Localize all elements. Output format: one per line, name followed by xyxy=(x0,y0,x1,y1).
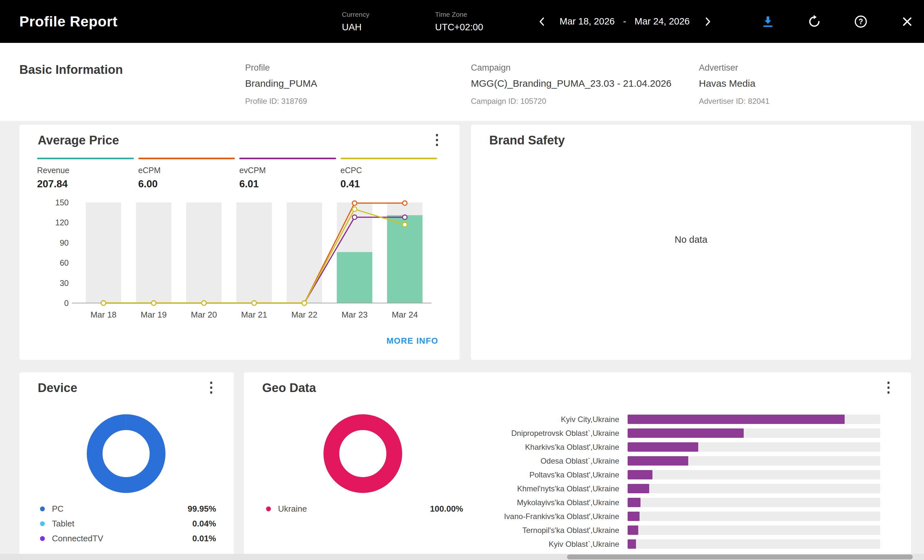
currency-value[interactable]: UAH xyxy=(342,22,369,33)
timezone-label: Time Zone xyxy=(435,10,483,18)
geo-region-label: Ternopil's'ka Oblast',Ukraine xyxy=(270,526,628,535)
metric-name: eCPC xyxy=(340,166,437,175)
geo-bar-fill xyxy=(628,526,638,535)
geo-data-title: Geo Data xyxy=(262,381,316,395)
geo-region-label: Poltavs'ka Oblast',Ukraine xyxy=(270,470,628,479)
date-range-end[interactable]: Mar 24, 2026 xyxy=(635,16,690,27)
geo-region-label: Kyiv Oblast`,Ukraine xyxy=(270,540,628,549)
profile-label: Profile xyxy=(245,63,317,73)
metric-value: 6.00 xyxy=(138,178,235,190)
help-button[interactable]: ? xyxy=(851,12,870,31)
help-icon: ? xyxy=(853,14,868,29)
geo-bar-fill xyxy=(628,539,636,549)
average-price-menu-button[interactable]: ⋮ xyxy=(430,133,444,147)
metric-revenue: Revenue 207.84 xyxy=(37,158,134,190)
next-date-button[interactable] xyxy=(699,13,716,30)
legend-dot xyxy=(40,521,45,526)
geo-region-label: Ivano-Frankivs'ka Oblast',Ukraine xyxy=(270,512,628,521)
geo-bar-track xyxy=(628,498,880,507)
basic-info-section: Basic Information Profile Branding_PUMA … xyxy=(0,43,924,121)
metric-name: Revenue xyxy=(37,166,134,175)
geo-bar-row: Odesa Oblast`,Ukraine xyxy=(270,454,880,468)
header-actions: ? xyxy=(758,0,917,43)
geo-region-label: Mykolayivs'ka Oblast',Ukraine xyxy=(270,498,628,507)
geo-bar-track xyxy=(628,526,880,535)
average-price-card: Average Price ⋮ Revenue 207.84 eCPM 6.00… xyxy=(20,125,460,360)
refresh-icon xyxy=(807,14,822,29)
profile-info-column: Profile Branding_PUMA Profile ID: 318769 xyxy=(245,63,317,106)
timezone-value[interactable]: UTC+02:00 xyxy=(435,22,483,33)
svg-text:150: 150 xyxy=(55,198,69,207)
legend-value: 0.01% xyxy=(192,533,216,544)
geo-bar-track xyxy=(628,456,880,466)
geo-region-label: Kharkivs'ka Oblast',Ukraine xyxy=(270,443,628,452)
legend-item[interactable]: Tablet0.04% xyxy=(40,516,216,531)
geo-bar-fill xyxy=(628,442,698,452)
horizontal-scrollbar-track[interactable] xyxy=(0,554,924,560)
geo-region-label: Odesa Oblast`,Ukraine xyxy=(270,457,628,466)
metric-value: 207.84 xyxy=(37,178,134,190)
refresh-button[interactable] xyxy=(805,12,824,31)
campaign-value: MGG(C)_Branding_PUMA_23.03 - 21.04.2026 xyxy=(471,78,672,89)
geo-bar-track xyxy=(628,428,880,438)
geo-menu-button[interactable]: ⋮ xyxy=(881,380,896,394)
kebab-icon: ⋮ xyxy=(430,132,444,147)
kebab-icon: ⋮ xyxy=(204,379,218,395)
geo-bar-track xyxy=(628,415,880,424)
metric-color-bar xyxy=(340,158,437,159)
metric-name: evCPM xyxy=(239,166,336,175)
timezone-selector[interactable]: Time Zone UTC+02:00 xyxy=(435,0,483,43)
device-menu-button[interactable]: ⋮ xyxy=(204,380,218,394)
prev-date-button[interactable] xyxy=(534,13,550,30)
svg-text:60: 60 xyxy=(60,258,69,267)
svg-text:Mar 22: Mar 22 xyxy=(291,310,317,319)
metric-ecpm: eCPM 6.00 xyxy=(138,158,235,190)
geo-bar-row: Poltavs'ka Oblast',Ukraine xyxy=(270,468,880,482)
page-title: Profile Report xyxy=(20,13,118,30)
legend-item[interactable]: PC99.95% xyxy=(40,501,216,516)
geo-bar-track xyxy=(628,442,880,452)
geo-bar-fill xyxy=(628,428,744,438)
date-range-start[interactable]: Mar 18, 2026 xyxy=(560,16,615,27)
geo-data-card: Geo Data ⋮ Ukraine100.00% Kyiv City,Ukra… xyxy=(244,372,911,560)
geo-bar-row: Kharkivs'ka Oblast',Ukraine xyxy=(270,440,880,454)
download-button[interactable] xyxy=(758,12,778,31)
brand-safety-card: Brand Safety No data xyxy=(471,125,911,360)
advertiser-id: Advertiser ID: 82041 xyxy=(699,97,770,106)
kebab-icon: ⋮ xyxy=(881,379,896,395)
svg-text:30: 30 xyxy=(60,279,69,287)
profile-report-page: Profile Report Currency UAH Time Zone UT… xyxy=(0,0,924,560)
geo-bar-track xyxy=(628,512,880,521)
legend-item[interactable]: ConnectedTV0.01% xyxy=(40,531,216,546)
date-range-separator: - xyxy=(623,16,626,27)
svg-text:120: 120 xyxy=(55,218,69,227)
metric-name: eCPM xyxy=(138,166,235,175)
advertiser-value: Havas Media xyxy=(699,78,770,89)
geo-bar-fill xyxy=(628,415,844,424)
svg-text:Mar 19: Mar 19 xyxy=(141,310,167,319)
close-button[interactable] xyxy=(897,12,917,31)
horizontal-scrollbar-thumb[interactable] xyxy=(567,554,913,559)
device-legend: PC99.95%Tablet0.04%ConnectedTV0.01% xyxy=(40,501,216,546)
no-data-text: No data xyxy=(471,234,911,245)
more-info-link[interactable]: MORE INFO xyxy=(386,336,438,346)
chevron-right-icon xyxy=(701,15,714,28)
geo-bar-row: Kyiv City,Ukraine xyxy=(270,412,880,426)
campaign-label: Campaign xyxy=(471,63,672,73)
metric-value: 0.41 xyxy=(340,178,437,190)
campaign-info-column: Campaign MGG(C)_Branding_PUMA_23.03 - 21… xyxy=(471,63,672,106)
metric-color-bar xyxy=(239,158,336,159)
download-icon xyxy=(760,14,776,29)
basic-info-title: Basic Information xyxy=(20,63,123,77)
geo-bar-row: Kyiv Oblast`,Ukraine xyxy=(270,537,880,551)
svg-text:0: 0 xyxy=(64,298,69,308)
currency-selector[interactable]: Currency UAH xyxy=(342,0,369,43)
device-title: Device xyxy=(38,381,77,395)
geo-bar-fill xyxy=(628,498,640,507)
svg-text:90: 90 xyxy=(60,238,69,247)
device-card: Device ⋮ PC99.95%Tablet0.04%ConnectedTV0… xyxy=(20,372,234,560)
profile-value: Branding_PUMA xyxy=(245,78,317,89)
metric-value: 6.01 xyxy=(239,178,336,190)
top-header: Profile Report Currency UAH Time Zone UT… xyxy=(0,0,924,43)
legend-value: 99.95% xyxy=(188,504,216,514)
